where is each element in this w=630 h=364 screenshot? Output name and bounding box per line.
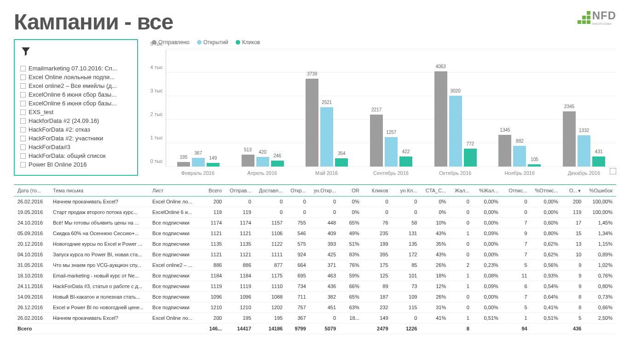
bar[interactable]: 1257: [385, 137, 398, 167]
table-row[interactable]: 04.10.2016Запуск курса по Power BI, нова…: [14, 249, 616, 260]
data-table[interactable]: Дата (то...Тема письмаЛистВсегоОтправ...…: [14, 184, 616, 334]
column-header[interactable]: ун.Кл...: [392, 185, 421, 196]
checkbox-icon[interactable]: [20, 136, 26, 141]
column-header[interactable]: %Ошибок: [585, 185, 616, 196]
bar-group[interactable]: 22171257422: [359, 49, 423, 167]
bar[interactable]: 1332: [578, 135, 590, 167]
bar[interactable]: 422: [399, 156, 412, 167]
table-cell: 0,51%: [473, 313, 502, 324]
column-header[interactable]: О... ▼: [562, 185, 585, 196]
bar-chart[interactable]: ОтправленоОткрытийКликов 0 тыс1 тыс2 тыс…: [147, 39, 616, 176]
filter-item[interactable]: Power BI Online 2016: [20, 160, 132, 169]
checkbox-icon[interactable]: [20, 92, 26, 98]
bar[interactable]: 367: [192, 158, 205, 167]
bar[interactable]: 431: [592, 156, 605, 167]
bar[interactable]: 246: [271, 161, 284, 167]
table-cell: 1: [450, 313, 473, 324]
table-row[interactable]: 26.02.2016Начнем прокачивать Excel?Excel…: [14, 313, 616, 324]
column-header[interactable]: Кликов: [363, 185, 392, 196]
bar[interactable]: 772: [464, 149, 477, 167]
checkbox-icon[interactable]: [20, 127, 26, 133]
table-row[interactable]: 24.10.2016Всё! Мы готовы объявить цены н…: [14, 218, 616, 228]
table-cell: 175: [363, 260, 392, 271]
filter-item[interactable]: HackForData #2: отказ: [20, 125, 132, 134]
table-cell: 1202: [255, 302, 286, 313]
bar[interactable]: 354: [335, 158, 348, 167]
column-header[interactable]: Всего: [197, 185, 225, 196]
checkbox-icon[interactable]: [20, 75, 26, 80]
filter-item[interactable]: HackForData: общий список: [20, 151, 132, 160]
column-header[interactable]: Отпис...: [502, 185, 531, 196]
checkbox-icon[interactable]: [20, 66, 26, 71]
table-row[interactable]: 20.12.2016Новогодние курсы по Excel и Po…: [14, 239, 616, 249]
table-cell: 1,45%: [585, 218, 616, 228]
checkbox-icon[interactable]: [20, 153, 26, 159]
table-row[interactable]: 26.02.2016Начнем прокачивать Excel?Excel…: [14, 196, 616, 207]
table-cell: 0: [225, 196, 255, 207]
table-cell: 76%: [340, 260, 363, 271]
checkbox-icon[interactable]: [20, 118, 26, 124]
filter-item[interactable]: Emailmarketing 07.10.2016: Сп...: [20, 64, 132, 73]
bar-group[interactable]: 195367149: [166, 49, 231, 167]
column-header[interactable]: Отправ...: [225, 185, 255, 196]
bar-group[interactable]: 513420246: [231, 49, 295, 167]
table-cell: 200: [197, 196, 225, 207]
column-header[interactable]: Дата (то...: [14, 185, 49, 196]
bar[interactable]: 4063: [434, 71, 447, 167]
column-header[interactable]: %Жал...: [473, 185, 502, 196]
filter-item[interactable]: EXS_test: [20, 108, 132, 116]
bar[interactable]: 2345: [563, 111, 576, 167]
bar[interactable]: 2217: [370, 115, 383, 167]
bar[interactable]: 149: [207, 163, 220, 167]
bar[interactable]: 882: [513, 146, 526, 167]
column-header[interactable]: OR: [340, 185, 363, 196]
filter-item[interactable]: Excel Online лояльные подпи...: [20, 73, 132, 81]
table-row[interactable]: 31.05.2016Что мы знаем про VCG-аукцион с…: [14, 260, 616, 271]
table-row[interactable]: 19.05.2016Старт продаж второго потока ку…: [14, 207, 616, 218]
filter-item[interactable]: HackForData#3: [20, 143, 132, 151]
legend-item[interactable]: Кликов: [236, 39, 260, 46]
bar-group[interactable]: 40633020772: [423, 49, 488, 167]
table-row[interactable]: 14.09.2016Новый BI-хакатон и полезная ст…: [14, 292, 616, 302]
column-header[interactable]: Тема письма: [49, 185, 149, 196]
focus-mode-icon[interactable]: [610, 168, 616, 174]
bar-group[interactable]: 1345882105: [488, 49, 552, 167]
bar[interactable]: 3739: [306, 79, 318, 167]
table-cell: 172: [392, 249, 421, 260]
filter-item[interactable]: Excel online2 – Все емейлы (д...: [20, 81, 132, 90]
column-header[interactable]: Жал...: [450, 185, 473, 196]
checkbox-icon[interactable]: [20, 162, 26, 168]
bar-group[interactable]: 23451332431: [552, 49, 616, 167]
filter-item[interactable]: ExcelOnline 6 июня сбор базы...: [20, 90, 132, 99]
checkbox-icon[interactable]: [20, 101, 26, 106]
checkbox-icon[interactable]: [20, 144, 26, 150]
bar[interactable]: 105: [528, 164, 541, 167]
legend-item[interactable]: Открытий: [197, 39, 228, 46]
table-row[interactable]: 26.12.2016Excel и Power BI по новогодней…: [14, 302, 616, 313]
filter-item[interactable]: HackForData #2: участники: [20, 134, 132, 143]
column-header[interactable]: %Отпис...: [531, 185, 562, 196]
column-header[interactable]: Откр...: [286, 185, 310, 196]
table-cell: 1119: [225, 281, 255, 292]
bar[interactable]: 3020: [449, 96, 462, 167]
checkbox-icon[interactable]: [20, 83, 26, 89]
bar[interactable]: 513: [242, 155, 254, 167]
table-row[interactable]: 05.09.2016Скидка 60% на Осеннюю Сессию+.…: [14, 228, 616, 239]
column-header[interactable]: Доставл...: [255, 185, 286, 196]
column-header[interactable]: CTA_C...: [421, 185, 450, 196]
bar[interactable]: 1345: [498, 135, 511, 167]
bar-group[interactable]: 37392521354: [295, 49, 359, 167]
filter-item[interactable]: ExcelOnline 6 июня сбор базы...: [20, 99, 132, 108]
table-row[interactable]: 24.11.2016HackForData #3, статья о работ…: [14, 281, 616, 292]
filter-panel[interactable]: Emailmarketing 07.10.2016: Сп...Excel On…: [14, 39, 138, 176]
column-header[interactable]: ун.Откр...: [310, 185, 340, 196]
table-cell: 1,02%: [585, 260, 616, 271]
bar[interactable]: 2521: [320, 107, 333, 167]
filter-item[interactable]: HackforData #2 (24.09.16): [20, 116, 132, 125]
table-row[interactable]: 18.10.2016Email-marketing - новый курс о…: [14, 271, 616, 281]
bar[interactable]: 195: [177, 162, 190, 167]
checkbox-icon[interactable]: [20, 110, 26, 115]
y-axis: 0 тыс1 тыс2 тыс3 тыс4 тыс5 тыс: [147, 49, 166, 167]
bar[interactable]: 420: [256, 157, 269, 167]
column-header[interactable]: Лист: [149, 185, 197, 196]
